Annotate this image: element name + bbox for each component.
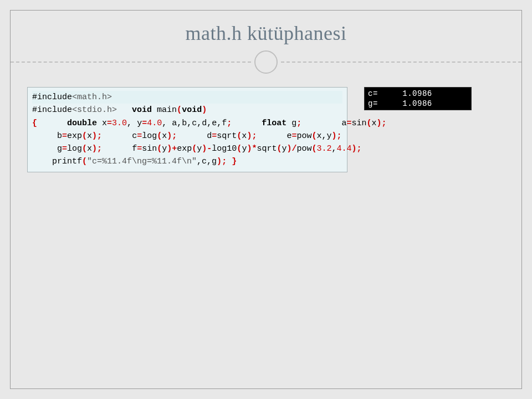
console-line-2: g= 1.0986 xyxy=(368,99,432,108)
code-a: a=sin(x); xyxy=(316,119,386,128)
code-blank-2 xyxy=(306,119,311,128)
code-line-1: #include<math.h> xyxy=(32,91,342,104)
dashes-left xyxy=(11,62,251,63)
console-output: c= 1.0986 g= 1.0986 xyxy=(364,87,472,110)
code-e: e=pow(x,y); xyxy=(262,131,341,141)
code-line-2: #include<stdio.h> xyxy=(32,105,117,115)
code-decl-2: float g; xyxy=(237,119,301,128)
console-line-1: c= 1.0986 xyxy=(368,89,432,98)
code-box: #include<math.h> #include<stdio.h> void … xyxy=(27,87,347,172)
code-d: d=sqrt(x); xyxy=(182,131,257,141)
dashes-right xyxy=(281,62,521,63)
code-decl-1: double x=3.0, y=4.0, a,b,c,d,e,f; xyxy=(42,119,232,128)
circle-ornament xyxy=(254,50,278,74)
code-blank-1 xyxy=(122,105,127,115)
code-printf: printf("c=%11.4f\ng=%11.4f\n",c,g); xyxy=(32,157,227,166)
separator-row xyxy=(11,50,521,74)
content-area: #include<math.h> #include<stdio.h> void … xyxy=(11,74,521,172)
code-c: c=log(x); xyxy=(107,131,177,141)
code-g: g=log(x); xyxy=(32,144,102,154)
code-brace-open: { xyxy=(32,119,37,128)
code-f: f=sin(y)+exp(y)-log10(y)*sqrt(y)/pow(3.2… xyxy=(107,144,361,154)
slide-frame: math.h kütüphanesi #include<math.h> #inc… xyxy=(10,10,522,389)
slide-title: math.h kütüphanesi xyxy=(11,22,521,45)
code-line-sig: void main(void) xyxy=(132,105,207,115)
code-brace-close: } xyxy=(232,157,237,166)
code-b: b=exp(x); xyxy=(32,131,102,141)
